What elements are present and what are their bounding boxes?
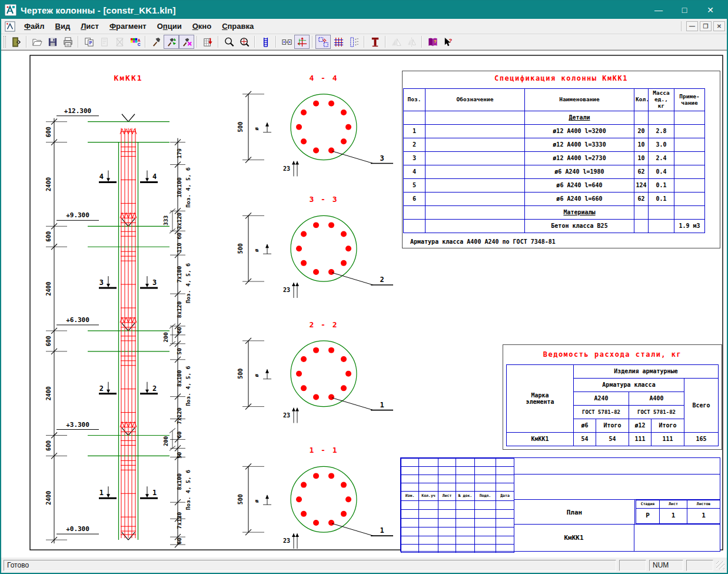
class-header: Арматура класса	[574, 379, 684, 392]
print-button[interactable]	[60, 35, 75, 49]
column-header: Приме- чание	[674, 89, 705, 111]
cell	[401, 536, 419, 545]
cell	[401, 467, 419, 475]
steel-table: Марка элементаИзделия арматурныеАрматура…	[506, 364, 719, 446]
mdi-restore-button[interactable]: ❐	[700, 21, 712, 31]
cell	[649, 206, 674, 220]
cell	[438, 519, 456, 527]
svg-text:600: 600	[45, 440, 52, 451]
revision-header: Изм.	[401, 492, 419, 501]
toolbar-grip[interactable]	[4, 36, 6, 48]
svg-text:ø: ø	[254, 127, 260, 130]
mirror-vertical-button[interactable]	[404, 35, 419, 49]
menu-item[interactable]: Вид	[50, 21, 76, 32]
minimize-button[interactable]: —	[646, 1, 672, 19]
import-table-button[interactable]	[200, 35, 215, 49]
cell: ø6 А240 l=1980	[525, 165, 634, 179]
context-help-button[interactable]: ?	[440, 35, 456, 49]
help-book-button[interactable]: ?	[425, 35, 440, 49]
spec-footnote: Арматура класса А400 А240 по ГОСТ 7348-8…	[410, 238, 556, 245]
dimension-nodes-button[interactable]	[279, 35, 294, 49]
cell	[426, 193, 525, 206]
menu-item[interactable]: Файл	[19, 21, 50, 32]
app-icon	[5, 4, 16, 16]
axes-grid-icon	[297, 37, 308, 48]
zoom-extents-button[interactable]	[237, 35, 252, 49]
tool-hammer-delete-button[interactable]	[179, 35, 194, 49]
cell: ø12 А400 l=2730	[525, 152, 634, 165]
resize-grip[interactable]	[716, 561, 724, 569]
menu-item[interactable]: Справка	[217, 21, 259, 32]
svg-text:23: 23	[283, 165, 290, 172]
drawing-canvas[interactable]: КмКК16002400600240060024006002400+12.300…	[1, 50, 727, 558]
menu-item[interactable]: Опции	[152, 21, 187, 32]
zoom-window-icon	[224, 37, 235, 48]
revision-header: № док.	[456, 492, 475, 501]
cell: 10	[634, 152, 649, 165]
cell: 62	[634, 165, 649, 179]
cell	[404, 220, 426, 233]
save-file-button[interactable]	[45, 35, 60, 49]
svg-text:2 - 2: 2 - 2	[309, 320, 338, 329]
column-header: Поз.	[404, 89, 426, 111]
revision-header: Дата	[496, 492, 514, 501]
svg-text:2400: 2400	[45, 491, 52, 505]
toolbar-separator	[275, 36, 277, 48]
mdi-minimize-button[interactable]: —	[686, 21, 698, 31]
cell	[475, 527, 496, 536]
maximize-button[interactable]: □	[672, 1, 697, 19]
svg-text:Поз. 4, 5, 6: Поз. 4, 5, 6	[185, 470, 191, 510]
column-profile-button[interactable]	[367, 35, 383, 49]
menu-item[interactable]: Лист	[75, 21, 104, 32]
exit-door-button[interactable]	[8, 35, 24, 49]
menu-item[interactable]: Фрагмент	[104, 21, 152, 32]
menu-item[interactable]: Окно	[187, 21, 217, 32]
cell: 3	[404, 152, 426, 165]
rebar-scheme-button[interactable]	[315, 35, 331, 49]
revision-table: Изм.Кол.учЛист№ док.Подп.Дата	[401, 458, 514, 553]
delete-fragment-button[interactable]	[112, 35, 127, 49]
tool-hammer-icon	[151, 37, 162, 48]
table-row: 5ø6 А240 l=6401240.1	[404, 179, 705, 193]
revision-header: Лист	[438, 492, 456, 501]
tool-hammer-button[interactable]	[148, 35, 164, 49]
gost-header: ГОСТ 5781-82	[629, 406, 684, 419]
cell	[438, 510, 456, 519]
svg-text:50: 50	[176, 452, 182, 459]
rebar-list-button[interactable]	[346, 35, 361, 49]
paste-fragment-button[interactable]	[97, 35, 112, 49]
diameter-header: ø6	[574, 419, 596, 433]
cell	[496, 467, 514, 475]
stage-value: Р	[636, 509, 660, 524]
cell: ø12 А400 l=3200	[525, 125, 634, 138]
svg-text:+9.300: +9.300	[66, 211, 89, 219]
flip-horizontal-button[interactable]	[388, 35, 404, 49]
cell	[674, 152, 705, 165]
cell	[401, 459, 419, 467]
svg-text:7x100: 7x100	[176, 266, 182, 283]
zoom-window-button[interactable]	[221, 35, 237, 49]
stamp-row-mark: КмКК1	[514, 525, 720, 551]
toolbar-separator	[385, 36, 386, 48]
rebar-grid-button[interactable]	[331, 35, 346, 49]
open-file-button[interactable]	[29, 35, 45, 49]
axes-grid-button[interactable]	[294, 35, 310, 49]
format-palette-button[interactable]: AC	[127, 35, 142, 49]
tool-hammer-move-button[interactable]	[164, 35, 179, 49]
table-row: Материалы	[404, 206, 705, 220]
cell	[496, 536, 514, 545]
column-ladder-button[interactable]	[258, 35, 273, 49]
svg-text:1: 1	[380, 401, 384, 409]
svg-text:1: 1	[99, 489, 104, 497]
cell	[426, 111, 525, 125]
total-header: Всего	[684, 379, 719, 433]
copy-fragment-button[interactable]	[81, 35, 97, 49]
spec-table-box: Спецификация колонны КмКК1Поз.Обозначени…	[402, 71, 720, 248]
svg-text:?: ?	[433, 39, 436, 44]
cell: 2.8	[649, 125, 674, 138]
mdi-close-button[interactable]: ✕	[713, 21, 725, 31]
stamp-row-main: ПланСтадияЛистЛистовР11	[514, 500, 720, 525]
cell	[401, 483, 419, 492]
close-button[interactable]: ✕	[697, 1, 723, 19]
svg-text:23: 23	[283, 287, 290, 293]
